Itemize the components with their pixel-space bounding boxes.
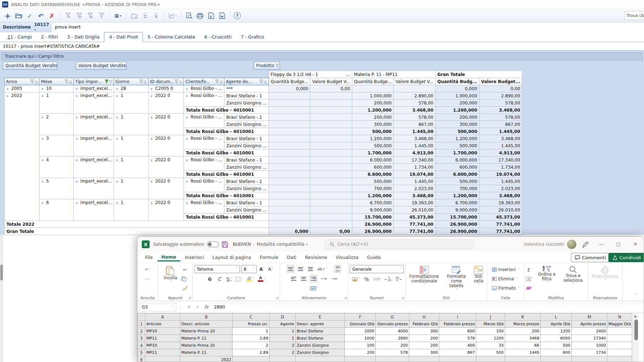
align-left-button[interactable] [290,275,297,282]
increase-decimal-button[interactable]: ←0.00 [384,275,392,283]
new-button[interactable]: + [3,11,12,21]
scrollbar-thumb[interactable] [0,265,3,280]
cell-M5[interactable]: 1734 [572,349,607,356]
column-field-chip-prodotto[interactable]: Prodotto △ [254,62,280,70]
format-painter-button[interactable] [181,284,188,292]
accounting-format-button[interactable]: ˅ [351,275,360,283]
cell-B2[interactable]: Materie Prima 10 [180,328,233,335]
pivot-value-header[interactable]: Quantità Budg... [435,78,479,85]
print-button[interactable] [195,11,205,21]
cell-D6[interactable] [270,356,296,362]
cell-L5[interactable]: 600 [541,349,572,356]
minimize-button[interactable]: — [598,240,605,248]
cell-A6[interactable] [145,356,180,362]
expand-chevron[interactable]: ∨ [76,201,78,205]
mese-cell[interactable]: ∨6 [40,199,74,221]
menu-button[interactable]: ≡▾ [113,11,123,21]
wrap-text-button[interactable]: abc↩ [334,265,341,273]
insert-cells-button[interactable]: Inserisci˅ [491,266,520,274]
number-format-select[interactable]: Generale˅ [350,265,404,273]
tipo-cell[interactable]: ∨import_excel... [74,199,114,221]
chevron-down-icon[interactable]: ▾ [306,243,308,246]
cell-J5[interactable]: 500 [476,349,505,356]
expand-chevron[interactable]: ∨ [6,94,9,98]
print-preview-button[interactable] [184,11,194,21]
column-header-I[interactable]: I [439,313,476,321]
expand-chevron[interactable]: ∨ [116,94,118,98]
cell-L6[interactable] [541,356,572,362]
filter-edit-button[interactable] [74,11,84,21]
column-header-N[interactable]: N [607,313,632,321]
pivot-value-header[interactable]: Valore Budget V... [394,78,435,85]
column-header-B[interactable]: B [180,313,233,321]
bold-button[interactable]: G [206,275,213,283]
align-center-button[interactable] [300,275,307,282]
cell-G4[interactable]: 200 [376,342,409,349]
cell-N6[interactable] [607,356,632,362]
cell-G1[interactable]: Gennaio prezzo [376,321,409,328]
cell-G3[interactable]: 2890 [376,335,409,342]
expand-chevron[interactable]: ∨ [150,201,153,205]
cell-L4[interactable]: 500 [541,342,572,349]
autosum-button[interactable]: Σ˅ [526,266,533,274]
subtotal-plus-button[interactable]: ± [140,11,150,21]
increase-indent-button[interactable]: →≡ [331,275,338,282]
cell-C3[interactable]: 2,89 [233,335,270,342]
row-header-1[interactable]: 1 [138,321,145,328]
giorno-cell[interactable]: ∨28 [114,85,149,92]
description-input[interactable]: prova insert [52,22,644,32]
cell-A2[interactable]: MP10 [145,328,180,335]
column-header-K[interactable]: K [505,313,541,321]
save-icon[interactable] [222,241,228,248]
cell-L1[interactable]: Aprile Qtà [541,321,572,328]
cell-C6[interactable] [233,356,270,362]
cell-I1[interactable]: Febbraio prezzo [439,321,476,328]
menu-home[interactable]: Home [157,253,180,261]
row-field-chip-giorno[interactable]: Giorno△ [114,78,149,85]
expand-chevron[interactable]: ∨ [116,158,118,162]
tab-cruscotti[interactable]: 6 - Cruscotti [200,32,237,42]
scroll-up-icon[interactable]: ▲ [634,314,637,318]
cell-G5[interactable]: 578 [376,349,409,356]
pivot-value-header[interactable]: Valore Budget... [479,78,522,85]
merge-center-button[interactable]: ↔˅ [310,284,319,292]
fill-button[interactable]: ↓˅ [526,275,534,283]
data-field-chip-quantita[interactable]: Quantità Budget Vendite (VEN [3,62,57,70]
cell-B4[interactable]: Materie Prima 10 [180,342,233,349]
giorno-cell[interactable]: ∨1 [114,92,149,114]
delete-cells-button[interactable]: Elimina˅ [491,275,518,283]
cliente-cell[interactable]: ∨Rossi Gilbo - ... [184,199,224,214]
cell-N2[interactable] [607,328,632,335]
row-field-chip-tipoimpor[interactable]: Tipo impor...▽ [74,78,114,85]
menu-dati[interactable]: Dati [283,253,301,261]
expand-chevron[interactable]: ∨ [150,87,153,91]
tipo-cell[interactable]: ∨import_excel... [74,85,114,92]
column-header-L[interactable]: L [541,313,572,321]
anno-cell[interactable]: ∨2005 [5,85,40,92]
column-header-C[interactable]: C [233,313,270,321]
menu-formule[interactable]: Formule [256,253,282,261]
filter-remove-button[interactable] [85,11,95,21]
cell-F4[interactable]: 100 [345,342,376,349]
menu-file[interactable]: File [141,253,157,261]
sensitivity-button[interactable]: Riservatezza˅ [590,265,620,283]
cell-H2[interactable]: 300 [409,328,439,335]
formula-input[interactable]: 2890 [211,303,644,311]
select-all-corner[interactable] [138,313,145,321]
cell-N3[interactable] [607,335,632,342]
cell-F3[interactable]: 1000 [345,335,376,342]
cell-K1[interactable]: Marzo prezzo [505,321,541,328]
cell-N5[interactable] [607,349,632,356]
pen-icon[interactable] [582,241,589,249]
expand-chevron[interactable]: ∨ [186,116,188,119]
cell-E5[interactable]: Zanzini Giorgino [296,349,345,356]
confirm-entry-icon[interactable]: ✓ [193,304,202,310]
cell-N1[interactable]: Maggio Qtà [607,321,632,328]
tab-colonne-calcolate[interactable]: 5 - Colonne Calcolate [143,32,200,42]
menu-visualizza[interactable]: Visualizza [332,253,363,261]
doc-cell[interactable]: ∨2022 0 [149,114,184,135]
delete-button[interactable]: ✗ [47,11,57,21]
cliente-cell[interactable]: ∨Rossi Gilbo - ... [184,135,224,149]
tipo-cell[interactable]: ∨import_excel... [74,92,114,114]
export-word-button[interactable]: w [217,11,227,21]
